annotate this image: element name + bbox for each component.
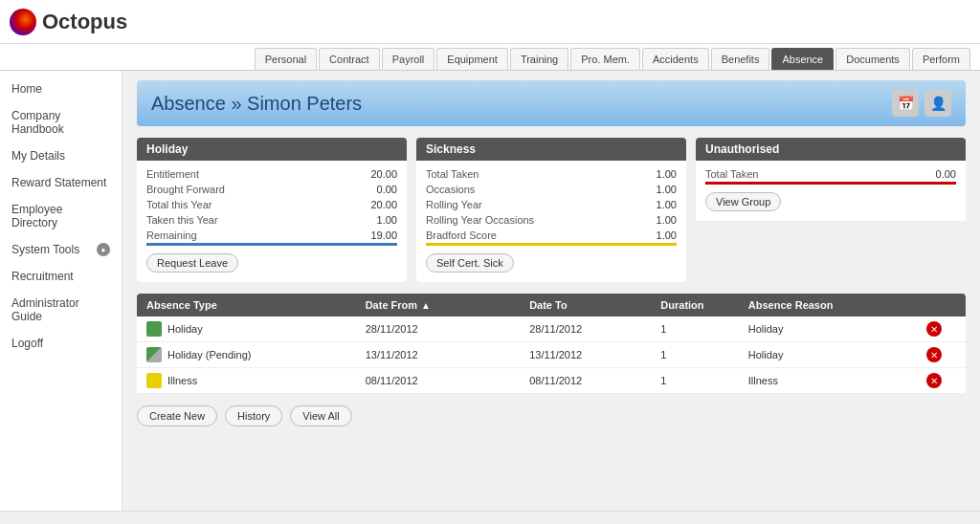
col-date-to: Date To: [529, 299, 660, 311]
table-header: Absence Type Date From ▲ Date To Duratio…: [137, 294, 966, 317]
footer: Octopus people managing people, brillian…: [0, 511, 980, 524]
sidebar-item-home[interactable]: Home: [0, 76, 122, 102]
delete-button[interactable]: ✕: [926, 321, 942, 337]
type-icon: [146, 373, 162, 388]
absence-type-cell: Holiday: [146, 321, 366, 337]
nav-tab-equipment[interactable]: Equipment: [436, 48, 508, 70]
card-label: Rolling Year Occasions: [426, 214, 534, 226]
sort-arrow: ▲: [421, 300, 431, 311]
absence-type-label: Holiday: [167, 323, 203, 335]
sidebar-item-system-tools[interactable]: System Tools●: [0, 236, 122, 263]
table-row: Rolling Year Occasions1.00: [426, 212, 677, 228]
nav-tab-contract[interactable]: Contract: [319, 48, 380, 70]
absence-table-row: Holiday (Pending) 13/11/2012 13/11/2012 …: [137, 342, 966, 368]
nav-tab-absence[interactable]: Absence: [771, 48, 834, 70]
card-label: Total this Year: [146, 199, 212, 210]
card-value: 19.00: [370, 229, 397, 241]
card-value: 20.00: [370, 199, 397, 210]
sidebar-item-logoff[interactable]: Logoff: [0, 330, 122, 357]
nav-tab-perform[interactable]: Perform: [912, 48, 970, 70]
holiday-card: Holiday Entitlement20.00Brought Forward0…: [137, 138, 407, 282]
sidebar-item-reward-statement[interactable]: Reward Statement: [0, 169, 122, 196]
duration-cell: 1: [660, 323, 747, 335]
sidebar-arrow-icon: ●: [97, 243, 110, 256]
absence-rows: Holiday 28/11/2012 28/11/2012 1 Holiday …: [137, 317, 966, 394]
date-to-cell: 13/11/2012: [529, 349, 660, 360]
card-value: 1.00: [657, 168, 677, 180]
sickness-card: Sickness Total Taken1.00Occasions1.00Rol…: [416, 138, 686, 282]
absence-table: Absence Type Date From ▲ Date To Duratio…: [137, 294, 966, 394]
absence-type-label: Holiday (Pending): [167, 349, 251, 360]
action-cell: ✕: [912, 373, 956, 388]
duration-cell: 1: [660, 349, 747, 360]
card-value: 1.00: [657, 199, 677, 210]
sidebar: HomeCompany HandbookMy DetailsReward Sta…: [0, 71, 122, 511]
nav-tab-benefits[interactable]: Benefits: [711, 48, 770, 70]
nav-tabs: PersonalContractPayrollEquipmentTraining…: [0, 44, 980, 71]
card-label: Total Taken: [426, 168, 479, 180]
sickness-btn-row: Self Cert. Sick: [426, 246, 677, 276]
table-row: Occasions1.00: [426, 182, 677, 197]
card-value: 0.00: [936, 168, 956, 180]
app-name: Octopus: [42, 10, 127, 34]
logo-icon: [10, 9, 36, 35]
absence-type-cell: Illness: [146, 373, 366, 388]
card-value: 1.00: [657, 184, 677, 195]
holiday-btn-row: Request Leave: [146, 246, 397, 276]
date-from-cell: 28/11/2012: [366, 323, 529, 335]
logo: Octopus: [10, 9, 127, 35]
create-new-button[interactable]: Create New: [137, 405, 217, 426]
nav-tab-payroll[interactable]: Payroll: [382, 48, 435, 70]
page-title-bar: Absence » Simon Peters 📅 👤: [137, 80, 966, 126]
sickness-card-title: Sickness: [416, 138, 686, 161]
sickness-rows: Total Taken1.00Occasions1.00Rolling Year…: [426, 166, 677, 243]
table-row: Total Taken1.00: [426, 166, 677, 182]
absence-type-label: Illness: [167, 375, 197, 386]
table-row: Total this Year20.00: [146, 197, 397, 212]
card-value: 0.00: [377, 184, 397, 195]
absence-table-row: Holiday 28/11/2012 28/11/2012 1 Holiday …: [137, 317, 966, 342]
delete-button[interactable]: ✕: [926, 373, 942, 388]
profile-icon[interactable]: 👤: [924, 90, 951, 117]
unauthorised-btn-row: View Group: [705, 185, 956, 215]
sidebar-item-recruitment[interactable]: Recruitment: [0, 263, 122, 290]
type-icon: [146, 321, 162, 337]
table-row: Bradford Score1.00: [426, 228, 677, 243]
table-row: Total Taken0.00: [705, 166, 956, 182]
card-label: Brought Forward: [146, 184, 225, 195]
reason-cell: Illness: [748, 375, 912, 386]
nav-tab-training[interactable]: Training: [510, 48, 568, 70]
holiday-card-title: Holiday: [137, 138, 407, 161]
view-all-button[interactable]: View All: [290, 405, 351, 426]
action-cell: ✕: [912, 321, 956, 337]
sidebar-item-company-handbook[interactable]: Company Handbook: [0, 102, 122, 142]
table-row: Rolling Year1.00: [426, 197, 677, 212]
history-button[interactable]: History: [225, 405, 282, 426]
action-buttons: Create NewHistoryView All: [137, 405, 966, 426]
reason-cell: Holiday: [748, 349, 912, 360]
sidebar-item-employee-directory[interactable]: Employee Directory: [0, 196, 122, 236]
col-date-from[interactable]: Date From ▲: [366, 299, 529, 311]
holiday-rows: Entitlement20.00Brought Forward0.00Total…: [146, 166, 397, 243]
sidebar-item-administrator-guide[interactable]: Administrator Guide: [0, 290, 122, 330]
delete-button[interactable]: ✕: [926, 347, 942, 362]
sidebar-item-my-details[interactable]: My Details: [0, 142, 122, 169]
nav-tab-accidents[interactable]: Accidents: [642, 48, 709, 70]
card-label: Taken this Year: [146, 214, 218, 226]
self-cert-sick-button[interactable]: Self Cert. Sick: [426, 253, 514, 273]
unauthorised-rows: Total Taken0.00: [705, 166, 956, 182]
nav-tab-documents[interactable]: Documents: [835, 48, 910, 70]
date-to-cell: 28/11/2012: [529, 323, 660, 335]
card-value: 1.00: [657, 229, 677, 241]
absence-type-cell: Holiday (Pending): [146, 347, 366, 362]
calendar-icon[interactable]: 📅: [892, 90, 919, 117]
view-group-button[interactable]: View Group: [705, 192, 781, 211]
request-leave-button[interactable]: Request Leave: [146, 253, 238, 273]
nav-tab-pro--mem-[interactable]: Pro. Mem.: [570, 48, 640, 70]
type-icon: [146, 347, 162, 362]
nav-tab-personal[interactable]: Personal: [255, 48, 317, 70]
card-label: Occasions: [426, 184, 475, 195]
holiday-card-body: Entitlement20.00Brought Forward0.00Total…: [137, 161, 407, 282]
table-row: Remaining19.00: [146, 228, 397, 243]
card-label: Remaining: [146, 229, 197, 241]
